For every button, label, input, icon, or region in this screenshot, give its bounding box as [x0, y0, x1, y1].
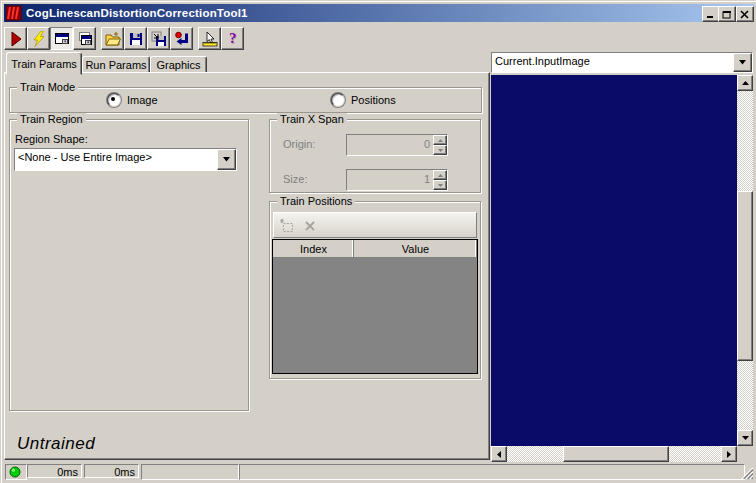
group-title: Train Region [17, 113, 86, 125]
save-record-icon [151, 31, 167, 47]
column-header-value: Value [354, 240, 477, 257]
image-display-area[interactable] [491, 75, 737, 446]
scroll-down-icon[interactable] [737, 430, 753, 446]
show-records-icon [54, 31, 70, 47]
maximize-icon [722, 10, 732, 19]
maximize-button[interactable] [718, 6, 736, 22]
help-button[interactable]: ? ? [221, 27, 244, 50]
status-led-panel [5, 464, 27, 480]
minimize-icon [706, 10, 716, 19]
spin-down-icon [433, 145, 447, 155]
show-records-button[interactable] [50, 27, 73, 50]
scroll-right-icon[interactable] [721, 446, 737, 462]
tab-train-params[interactable]: Train Params [6, 52, 82, 75]
radio-image-label: Image [127, 94, 158, 106]
radio-positions-label: Positions [351, 94, 396, 106]
tool-edit-window: CogLinescanDistortionCorrectionTool1 [0, 0, 756, 483]
horizontal-scroll-thumb[interactable] [563, 446, 669, 462]
radio-positions[interactable]: Positions [331, 93, 396, 107]
reset-icon [174, 31, 190, 47]
title-bar[interactable]: CogLinescanDistortionCorrectionTool1 [4, 4, 754, 22]
app-logo-icon [6, 5, 22, 21]
tab-label: Graphics [156, 59, 200, 71]
origin-value: 0 [347, 135, 433, 155]
float-records-icon [77, 31, 93, 47]
positions-grid[interactable]: Index Value [272, 239, 478, 374]
horizontal-scrollbar[interactable] [491, 446, 737, 462]
record-selector-value: Current.InputImage [492, 53, 733, 72]
close-button[interactable] [736, 6, 754, 22]
help-icon: ? ? [225, 31, 241, 47]
svg-text:?: ? [229, 31, 237, 46]
float-records-button[interactable] [73, 27, 96, 50]
resize-grip[interactable] [741, 467, 753, 479]
grid-header: Index Value [273, 240, 477, 258]
spin-up-icon [433, 135, 447, 145]
spin-down-icon [433, 180, 447, 190]
size-spinner: 1 [346, 169, 448, 191]
vertical-scroll-thumb[interactable] [737, 191, 753, 361]
run-button[interactable] [4, 27, 27, 50]
chevron-down-icon[interactable] [217, 149, 236, 170]
status-timer-1: 0ms [27, 464, 82, 478]
radio-positions-icon [331, 93, 345, 107]
region-shape-combobox[interactable]: <None - Use Entire Image> [14, 148, 237, 171]
delete-position-icon [303, 218, 317, 232]
column-header-index: Index [273, 240, 354, 257]
radio-image-icon [107, 93, 121, 107]
electric-run-button[interactable] [27, 27, 50, 50]
record-selector-combobox[interactable]: Current.InputImage [491, 52, 753, 73]
status-timer-2: 0ms [84, 464, 139, 478]
train-positions-group: Train Positions Index Value [269, 195, 481, 379]
size-label: Size: [283, 173, 307, 185]
green-led-icon [9, 466, 21, 478]
close-icon [740, 10, 750, 19]
pointer-ruler-icon [202, 31, 218, 47]
train-x-span-group: Train X Span Origin: 0 Size: 1 [269, 113, 481, 193]
tab-label: Run Params [85, 59, 146, 71]
group-title: Train Mode [17, 81, 78, 93]
region-shape-label: Region Shape: [15, 133, 88, 145]
run-icon [8, 31, 24, 47]
new-position-icon [280, 218, 295, 233]
tab-label: Train Params [11, 58, 77, 70]
status-panel-3 [141, 464, 239, 480]
size-value: 1 [347, 170, 433, 190]
group-title: Train X Span [277, 113, 347, 125]
scroll-left-icon[interactable] [491, 446, 507, 462]
open-file-icon [105, 31, 121, 47]
pointer-ruler-button[interactable] [198, 27, 221, 50]
open-file-button[interactable] [101, 27, 124, 50]
region-shape-value: <None - Use Entire Image> [15, 149, 217, 170]
chevron-down-icon[interactable] [733, 53, 752, 72]
grid-body[interactable] [273, 258, 477, 373]
status-bar: 0ms 0ms [4, 462, 754, 480]
train-mode-group: Train Mode Image Positions [9, 81, 482, 113]
radio-image[interactable]: Image [107, 93, 158, 107]
save-record-button[interactable] [147, 27, 170, 50]
origin-label: Origin: [283, 138, 315, 150]
spin-up-icon [433, 170, 447, 180]
reset-button[interactable] [170, 27, 193, 50]
positions-toolbar [273, 212, 477, 238]
group-title: Train Positions [277, 195, 355, 207]
scrollbar-corner [737, 446, 753, 462]
train-state-label: Untrained [17, 434, 95, 454]
save-file-icon [128, 31, 144, 47]
save-file-button[interactable] [124, 27, 147, 50]
scroll-up-icon[interactable] [737, 75, 753, 91]
status-panel-4 [239, 464, 745, 480]
origin-spinner: 0 [346, 134, 448, 156]
train-region-group: Train Region Region Shape: <None - Use E… [9, 113, 249, 411]
electric-run-icon [31, 31, 47, 47]
vertical-scrollbar[interactable] [737, 75, 753, 446]
window-title: CogLinescanDistortionCorrectionTool1 [26, 7, 248, 19]
